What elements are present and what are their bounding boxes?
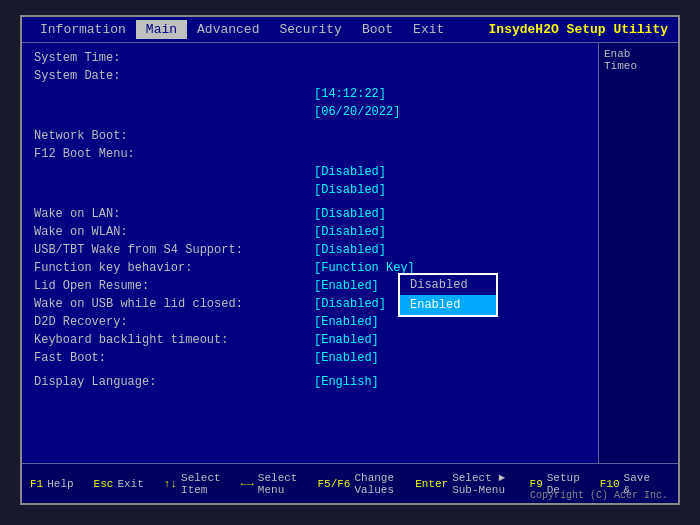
fast-boot-value: [Enabled]: [314, 351, 379, 367]
status-bar: F1 Help Esc Exit ↑↓ Select Item ←→ Selec…: [22, 463, 678, 503]
fast-boot-row: Fast Boot: [Enabled]: [34, 351, 586, 367]
f1-label: Help: [47, 478, 73, 490]
kbd-backlight-label: Keyboard backlight timeout:: [34, 333, 314, 349]
wake-usb-label: Wake on USB while lid closed:: [34, 297, 314, 313]
d2d-row: D2D Recovery: [Enabled]: [34, 315, 586, 331]
system-date-label: System Date:: [34, 69, 314, 85]
status-esc: Esc Exit: [94, 478, 144, 490]
f5f6-key: F5/F6: [317, 478, 350, 490]
d2d-value: [Enabled]: [314, 315, 379, 331]
usb-tbt-label: USB/TBT Wake from S4 Support:: [34, 243, 314, 259]
f9-key: F9: [530, 478, 543, 490]
dropdown-enabled[interactable]: Enabled: [400, 295, 496, 315]
leftright-label: Select Menu: [258, 472, 298, 496]
wake-wlan-value: [Disabled]: [314, 225, 386, 241]
f10-key: F10: [600, 478, 620, 490]
system-time-label: System Time:: [34, 51, 314, 67]
dropdown-popup[interactable]: Disabled Enabled: [398, 273, 498, 317]
status-f1: F1 Help: [30, 478, 74, 490]
function-key-row: Function key behavior: [Function Key]: [34, 261, 586, 277]
usb-tbt-value: [Disabled]: [314, 243, 386, 259]
status-enter: Enter Select ► Sub-Menu: [415, 472, 509, 496]
f12-boot-val-row: [Disabled]: [34, 183, 586, 199]
date-value: [06/20/2022]: [314, 105, 400, 121]
copyright: Copyright (C) Acer Inc.: [530, 490, 668, 501]
network-boot-val-row: [Disabled]: [34, 165, 586, 181]
wake-usb-value: [Disabled]: [314, 297, 386, 313]
wake-lan-value: [Disabled]: [314, 207, 386, 223]
system-time-row: System Time:: [34, 51, 586, 67]
network-boot-row: Network Boot:: [34, 129, 586, 145]
right-panel-line1: Enab: [604, 48, 673, 60]
bios-screen: Information Main Advanced Security Boot …: [20, 15, 680, 505]
date-value-row: [06/20/2022]: [34, 105, 586, 121]
system-date-row: System Date:: [34, 69, 586, 85]
enter-label: Select ► Sub-Menu: [452, 472, 509, 496]
display-lang-value: [English]: [314, 375, 379, 391]
f12-spacer: [34, 183, 314, 199]
dropdown-disabled[interactable]: Disabled: [400, 275, 496, 295]
wake-wlan-row: Wake on WLAN: [Disabled]: [34, 225, 586, 241]
wake-usb-row: Wake on USB while lid closed: [Disabled]: [34, 297, 586, 313]
tab-advanced[interactable]: Advanced: [187, 20, 269, 39]
right-panel-line2: Timeo: [604, 60, 673, 72]
tab-exit[interactable]: Exit: [403, 20, 454, 39]
usb-tbt-row: USB/TBT Wake from S4 Support: [Disabled]: [34, 243, 586, 259]
network-boot-val: [Disabled]: [314, 165, 386, 181]
main-content: System Time: System Date: [14:12:22] [06…: [22, 43, 598, 469]
f5f6-label: Change Values: [354, 472, 395, 496]
date-value-label: [34, 105, 314, 121]
time-value: [14:12:22]: [314, 87, 386, 103]
f12-boot-label: F12 Boot Menu:: [34, 147, 314, 163]
lid-open-label: Lid Open Resume:: [34, 279, 314, 295]
esc-label: Exit: [117, 478, 143, 490]
f1-key: F1: [30, 478, 43, 490]
content-area: System Time: System Date: [14:12:22] [06…: [22, 43, 678, 469]
lid-open-value: [Enabled]: [314, 279, 379, 295]
f12-boot-row: F12 Boot Menu:: [34, 147, 586, 163]
status-leftright: ←→ Select Menu: [241, 472, 298, 496]
display-lang-row: Display Language: [English]: [34, 375, 586, 391]
network-boot-label: Network Boot:: [34, 129, 314, 145]
menu-bar: Information Main Advanced Security Boot …: [22, 17, 678, 43]
display-lang-label: Display Language:: [34, 375, 314, 391]
bios-title: InsydeH2O Setup Utility: [489, 22, 668, 37]
status-f5f6: F5/F6 Change Values: [317, 472, 395, 496]
updown-key: ↑↓: [164, 478, 177, 490]
updown-label: Select Item: [181, 472, 221, 496]
function-key-label: Function key behavior:: [34, 261, 314, 277]
kbd-backlight-row: Keyboard backlight timeout: [Enabled]: [34, 333, 586, 349]
tab-main[interactable]: Main: [136, 20, 187, 39]
leftright-key: ←→: [241, 478, 254, 490]
d2d-label: D2D Recovery:: [34, 315, 314, 331]
wake-wlan-label: Wake on WLAN:: [34, 225, 314, 241]
fast-boot-label: Fast Boot:: [34, 351, 314, 367]
tab-boot[interactable]: Boot: [352, 20, 403, 39]
wake-lan-row: Wake on LAN: [Disabled]: [34, 207, 586, 223]
enter-key: Enter: [415, 478, 448, 490]
kbd-backlight-value: [Enabled]: [314, 333, 379, 349]
wake-lan-label: Wake on LAN:: [34, 207, 314, 223]
f12-boot-val: [Disabled]: [314, 183, 386, 199]
time-value-row: [14:12:22]: [34, 87, 586, 103]
tab-security[interactable]: Security: [269, 20, 351, 39]
esc-key: Esc: [94, 478, 114, 490]
nb-spacer: [34, 165, 314, 181]
status-updown: ↑↓ Select Item: [164, 472, 221, 496]
time-value-label: [34, 87, 314, 103]
tab-information[interactable]: Information: [30, 20, 136, 39]
right-panel: Enab Timeo: [598, 43, 678, 469]
lid-open-row: Lid Open Resume: [Enabled]: [34, 279, 586, 295]
